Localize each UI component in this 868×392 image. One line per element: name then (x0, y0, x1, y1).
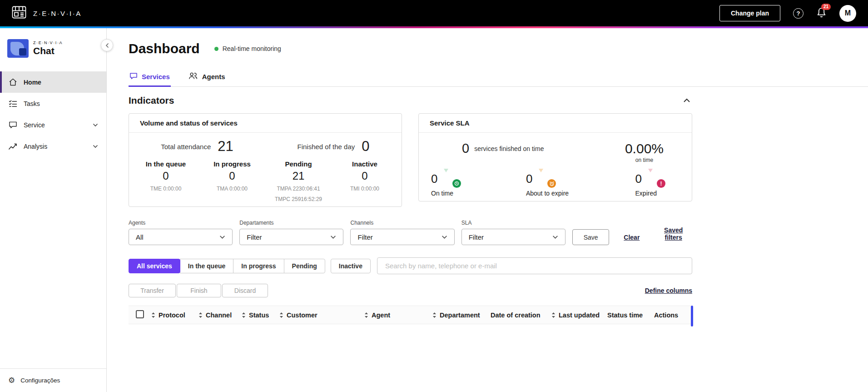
sidebar-item-label: Tasks (24, 100, 40, 107)
metric-label: Finished of the day (298, 143, 355, 151)
stat-label: In progress (213, 160, 251, 168)
chat-logo: Z·E·N·V·I·A Chat (0, 28, 106, 71)
change-plan-button[interactable]: Change plan (719, 5, 780, 21)
select-value: All (136, 233, 144, 241)
zenvia-logo-icon (12, 6, 26, 20)
sort-icon (151, 312, 155, 318)
column-label: Channel (206, 312, 232, 319)
sidebar-collapse-button[interactable] (101, 39, 113, 51)
sla-expired-stat: 0 ! Expired (635, 171, 664, 197)
help-button[interactable]: ? (793, 8, 804, 19)
tasks-icon (8, 100, 17, 107)
stat-label: On time (431, 190, 459, 197)
stat-label: Inactive (352, 160, 377, 168)
sidebar-item-tasks[interactable]: Tasks (0, 93, 106, 114)
column-header-status[interactable]: Status (242, 312, 279, 319)
stat-value: 0 (635, 172, 642, 186)
sla-finished-metric: 0 services finished on time (462, 141, 544, 156)
sidebar-item-analysis[interactable]: Analysis (0, 136, 106, 157)
tab-in-progress[interactable]: In progress (233, 259, 284, 273)
agents-select[interactable]: All (129, 229, 233, 245)
column-header-channel[interactable]: Channel (198, 312, 242, 319)
metric-label: services finished on time (474, 145, 544, 152)
avatar[interactable]: M (839, 5, 856, 22)
topbar: Z·E·N·V·I·A Change plan ? 21 M (0, 0, 868, 26)
agents-filter: Agents All (129, 220, 233, 245)
stat-sub: TMPA 2230:06:41 (277, 185, 320, 193)
chat-logo-wordmark: Z·E·N·V·I·A (33, 40, 63, 45)
column-header-last-updated[interactable]: Last updated (551, 312, 607, 319)
page-title: Dashboard (129, 41, 200, 56)
sla-percent-metric: 0.00% on time (625, 141, 664, 163)
finish-button[interactable]: Finish (177, 284, 221, 297)
metric-label: on time (625, 157, 664, 163)
chevron-down-icon (219, 235, 225, 239)
table-scrollbar[interactable] (691, 306, 693, 327)
tab-pending[interactable]: Pending (284, 259, 325, 273)
column-header-protocol[interactable]: Protocol (151, 312, 198, 319)
channels-select[interactable]: Filter (350, 229, 454, 245)
column-header-departament[interactable]: Departament (432, 312, 491, 319)
queue-stat: In the queue 0 TME 0:00:00 (133, 160, 199, 203)
stat-sub: TMI 0:00:00 (350, 185, 379, 193)
transfer-button[interactable]: Transfer (129, 284, 176, 297)
column-label: Status time (607, 312, 643, 319)
total-attendance-metric: Total attendance 21 (129, 138, 265, 155)
volume-card-title: Volume and status of services (129, 114, 402, 133)
sla-card-title: Service SLA (419, 114, 692, 133)
indicators-collapse-button[interactable] (681, 96, 692, 105)
tab-services[interactable]: Services (129, 68, 171, 86)
column-header-date-of-creation: Date of creation (491, 312, 551, 319)
volume-status-card: Volume and status of services Total atte… (129, 113, 402, 207)
define-columns-link[interactable]: Define columns (645, 287, 692, 294)
select-value: Filter (357, 233, 372, 241)
sidebar-item-settings[interactable]: ⚙ Configurações (0, 368, 106, 392)
notification-badge: 21 (821, 4, 831, 10)
services-table: Protocol Channel Status Customer (129, 306, 692, 324)
column-header-customer[interactable]: Customer (279, 312, 364, 319)
stat-value: 0 (431, 172, 437, 186)
save-filter-button[interactable]: Save (572, 229, 609, 245)
stat-value: 0 (229, 170, 235, 182)
sidebar: Z·E·N·V·I·A Chat Home (0, 28, 107, 392)
chevron-down-icon (93, 145, 98, 148)
saved-filters-link[interactable]: Saved filters (655, 226, 692, 241)
stat-sub: TME 0:00:00 (150, 185, 182, 193)
tab-inactive[interactable]: Inactive (331, 259, 371, 273)
about-to-expire-bubble-icon (537, 171, 554, 186)
home-icon (8, 78, 17, 86)
service-sla-card: Service SLA 0 services finished on time … (418, 113, 692, 201)
sidebar-item-label: Home (24, 79, 41, 86)
filter-label: SLA (461, 220, 565, 226)
tab-all-services[interactable]: All services (129, 259, 180, 273)
discard-button[interactable]: Discard (222, 284, 268, 297)
tab-in-the-queue[interactable]: In the queue (180, 259, 233, 273)
clear-filters-link[interactable]: Clear (624, 234, 640, 241)
select-value: Filter (247, 233, 262, 241)
people-icon (188, 72, 198, 81)
column-header-agent[interactable]: Agent (364, 312, 432, 319)
topbar-actions: Change plan ? 21 M (719, 5, 856, 22)
select-all-checkbox[interactable] (136, 310, 144, 318)
chart-icon (8, 143, 17, 150)
tab-agents[interactable]: Agents (187, 68, 226, 86)
departaments-select[interactable]: Filter (239, 229, 343, 245)
sidebar-item-service[interactable]: Service (0, 114, 106, 136)
metric-value: 0 (462, 141, 469, 156)
sidebar-item-home[interactable]: Home (0, 71, 106, 93)
metric-value: 0 (362, 138, 369, 155)
filters-bar: Agents All Departaments Filter Channels (129, 220, 692, 245)
realtime-monitoring-status: Real-time monitoring (214, 45, 281, 52)
tab-label: Services (142, 73, 170, 80)
search-input[interactable] (377, 257, 692, 274)
help-icon: ? (793, 8, 804, 19)
sla-about-to-expire-stat: 0 About to expire (526, 171, 569, 197)
channels-filter: Channels Filter (350, 220, 454, 245)
chat-bubble-icon (8, 121, 17, 129)
sla-select[interactable]: Filter (461, 229, 565, 245)
chevron-down-icon (93, 123, 98, 127)
notifications-button[interactable]: 21 (816, 7, 827, 20)
column-label: Protocol (159, 312, 185, 319)
column-label: Agent (372, 312, 390, 319)
chevron-left-icon (105, 43, 109, 48)
